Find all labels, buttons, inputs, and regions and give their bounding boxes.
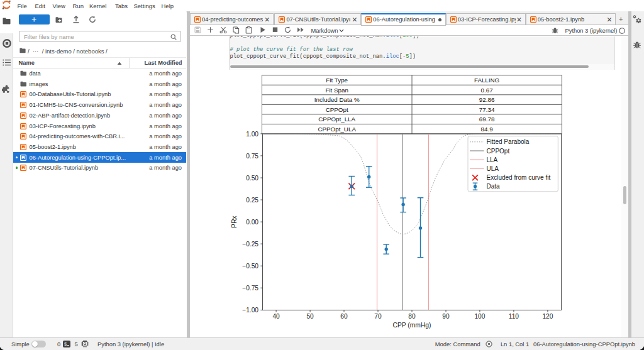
svg-text:84.9: 84.9: [481, 126, 493, 133]
svg-text:LLA: LLA: [487, 156, 498, 163]
svg-text:0.50: 0.50: [246, 175, 258, 182]
svg-text:Fit Span: Fit Span: [325, 87, 348, 94]
svg-text:Data: Data: [487, 183, 501, 190]
svg-text:Included Data %: Included Data %: [314, 96, 360, 103]
svg-text:−0.25: −0.25: [242, 241, 258, 248]
svg-text:FALLING: FALLING: [474, 77, 499, 84]
svg-text:69.78: 69.78: [479, 116, 495, 123]
svg-text:CPPOpt: CPPOpt: [326, 106, 348, 113]
svg-text:−1.00: −1.00: [242, 307, 258, 314]
svg-text:CPPOpt_ULA: CPPOpt_ULA: [318, 126, 356, 133]
svg-text:90: 90: [442, 313, 450, 320]
svg-text:60: 60: [340, 313, 348, 320]
svg-text:−0.75: −0.75: [242, 285, 258, 292]
svg-text:77.34: 77.34: [479, 106, 495, 113]
svg-text:40: 40: [272, 313, 280, 320]
svg-text:1.00: 1.00: [246, 131, 258, 138]
svg-text:CPPOpt_LLA: CPPOpt_LLA: [318, 116, 355, 123]
svg-text:0.00: 0.00: [246, 219, 258, 226]
svg-text:ULA: ULA: [487, 165, 499, 172]
svg-text:110: 110: [509, 313, 519, 320]
svg-text:Fit Type: Fit Type: [326, 77, 348, 84]
svg-text:CPPOpt: CPPOpt: [487, 148, 510, 155]
svg-text:CPP (mmHg): CPP (mmHg): [392, 322, 431, 329]
svg-text:0.67: 0.67: [481, 87, 493, 94]
svg-text:80: 80: [408, 313, 416, 320]
svg-text:50: 50: [306, 313, 314, 320]
svg-text:0.75: 0.75: [246, 153, 258, 160]
svg-text:PRx: PRx: [231, 215, 238, 227]
svg-text:0.25: 0.25: [246, 197, 258, 204]
svg-text:−0.50: −0.50: [242, 263, 258, 270]
svg-text:100: 100: [474, 313, 485, 320]
svg-text:120: 120: [542, 313, 553, 320]
svg-text:Fitted Parabola: Fitted Parabola: [487, 138, 530, 145]
svg-text:Excluded from curve fit: Excluded from curve fit: [487, 174, 551, 181]
svg-text:$: $: [64, 341, 67, 346]
svg-text:70: 70: [374, 313, 382, 320]
svg-text:92.86: 92.86: [479, 96, 495, 103]
